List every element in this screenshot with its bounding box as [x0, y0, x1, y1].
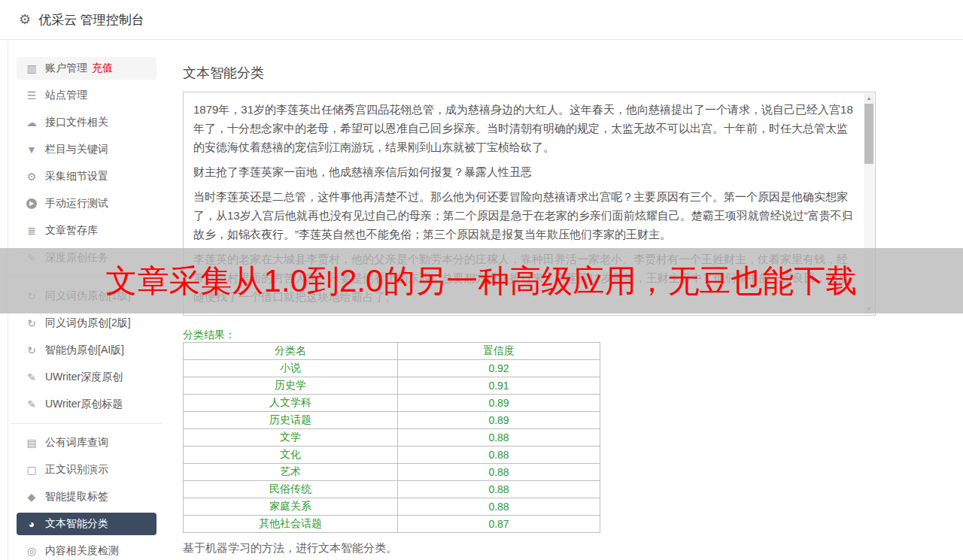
sidebar-item-label: 智能伪原创[AI版]: [45, 344, 124, 357]
edit-icon: ✎: [26, 398, 38, 410]
sidebar-divider: [11, 423, 163, 424]
sidebar-item-label: 文章暂存库: [45, 224, 98, 238]
sidebar-item-label: 采集细节设置: [45, 170, 108, 183]
table-row: 家庭关系0.88: [184, 498, 600, 516]
description-text: 基于机器学习的方法，进行文本智能分类。: [183, 541, 397, 555]
sidebar-item-uwriter-original-title[interactable]: ✎ UWriter原创标题: [17, 393, 156, 416]
server-icon: ☰: [26, 89, 38, 101]
cloud-upload-icon: ☁: [26, 117, 38, 129]
promo-banner-text: 文章采集从1.0到2.0的另一种高级应用，无豆也能下载: [106, 263, 858, 298]
sidebar-item-text-classification[interactable]: ◕ 文本智能分类: [17, 513, 156, 535]
sidebar-item-label: 文本智能分类: [45, 517, 108, 531]
column-header-confidence: 置信度: [398, 343, 600, 360]
promo-banner-overlay: 文章采集从1.0到2.0的另一种高级应用，无豆也能下载: [0, 248, 963, 313]
gear-icon: ⚙: [19, 11, 31, 28]
sidebar-item-label: 栏目与关键词: [45, 143, 108, 156]
input-paragraph: 财主抢了李莲英家一亩地，他成慈禧亲信后如何报复？暴露人性丑恶: [193, 162, 855, 181]
gears-icon: ⚙: [26, 171, 38, 183]
table-header-row: 分类名 置信度: [184, 343, 600, 360]
sidebar-item-label: 正文识别演示: [45, 463, 108, 477]
sidebar-item-body-recognition-demo[interactable]: ▢ 正文识别演示: [17, 459, 156, 481]
bar-chart-icon: ▥: [26, 62, 38, 74]
sidebar-item-site-management[interactable]: ☰ 站点管理: [17, 84, 156, 107]
table-row: 艺术0.88: [184, 464, 600, 481]
sidebar-item-article-staging[interactable]: ≣ 文章暂存库: [17, 219, 156, 242]
table-row: 人文学科0.89: [184, 395, 600, 412]
results-label: 分类结果：: [183, 328, 235, 342]
table-row: 历史学0.91: [184, 377, 600, 395]
monitor-icon: ▢: [26, 464, 38, 476]
sidebar-item-label: 接口文件相关: [45, 116, 108, 129]
input-paragraph: 1879年，31岁的李莲英出任储秀宫四品花翎总管，成为慈禧身边的大红人。这年春天…: [193, 100, 855, 156]
database-icon: ≣: [26, 225, 38, 237]
sidebar-item-interface-files[interactable]: ☁ 接口文件相关: [17, 111, 156, 134]
app-header: ⚙ 优采云 管理控制台: [0, 0, 963, 40]
sidebar-item-manual-run-test[interactable]: ▶ 手动运行测试: [17, 192, 156, 215]
table-row: 小说0.92: [184, 360, 600, 377]
sidebar-item-collection-settings[interactable]: ⚙ 采集细节设置: [17, 165, 156, 188]
sidebar-item-uwriter-deep-original[interactable]: ✎ UWriter深度原创: [17, 366, 156, 389]
sidebar-item-ai-rewrite[interactable]: ↻ 智能伪原创[AI版]: [17, 339, 156, 362]
table-row: 其他社会话题0.87: [184, 516, 600, 533]
sidebar-item-content-relevance-check[interactable]: ◎ 内容相关度检测: [17, 540, 156, 560]
tag-icon: ◆: [26, 491, 38, 503]
sidebar-item-label: 账户管理: [45, 62, 87, 75]
sidebar-item-smart-tag-extraction[interactable]: ◆ 智能提取标签: [17, 486, 156, 508]
sidebar-item-label: 智能提取标签: [45, 490, 108, 504]
filter-icon: ▼: [26, 144, 38, 156]
sidebar-item-label: 手动运行测试: [45, 197, 108, 210]
refresh-icon: ↻: [26, 344, 38, 356]
table-row: 文学0.88: [184, 429, 600, 446]
column-header-category: 分类名: [184, 343, 398, 360]
page-title: 文本智能分类: [183, 64, 264, 82]
pie-chart-icon: ◕: [26, 518, 38, 530]
book-icon: ▤: [26, 437, 38, 449]
link-icon: ◎: [26, 545, 38, 557]
app-title: 优采云 管理控制台: [38, 11, 144, 29]
table-row: 民俗传统0.88: [184, 481, 600, 498]
refresh-icon: ↻: [26, 317, 38, 329]
play-circle-icon: ▶: [26, 198, 37, 209]
classification-results-table: 分类名 置信度 小说0.92 历史学0.91 人文学科0.89 历史话题0.89…: [183, 342, 600, 533]
sidebar-item-columns-keywords[interactable]: ▼ 栏目与关键词: [17, 138, 156, 161]
sidebar-item-label: UWriter原创标题: [45, 398, 123, 411]
edit-icon: ✎: [26, 371, 38, 383]
sidebar-item-label: 内容相关度检测: [45, 544, 119, 558]
table-row: 历史话题0.89: [184, 412, 600, 429]
sidebar-item-public-lexicon-query[interactable]: ▤ 公有词库查询: [17, 431, 156, 454]
sidebar-item-label: 站点管理: [45, 89, 87, 102]
scroll-up-arrow-icon[interactable]: ▲: [864, 93, 874, 104]
scrollbar-thumb[interactable]: [864, 104, 873, 164]
sidebar-item-label: 公有词库查询: [45, 436, 108, 450]
input-paragraph: 当时李莲英还是二总管，这件事他再清楚不过。那么他为何还要冒险向慈禧请求出宫呢？主…: [193, 187, 855, 244]
sidebar-item-account-management[interactable]: ▥ 账户管理 充值: [17, 57, 156, 80]
recharge-badge[interactable]: 充值: [92, 62, 113, 75]
table-row: 文化0.88: [184, 446, 600, 464]
sidebar-item-label: UWriter深度原创: [45, 371, 123, 384]
sidebar-item-synonym-rewrite-v2[interactable]: ↻ 同义词伪原创[2版]: [17, 312, 156, 334]
sidebar-item-label: 同义词伪原创[2版]: [45, 316, 131, 330]
